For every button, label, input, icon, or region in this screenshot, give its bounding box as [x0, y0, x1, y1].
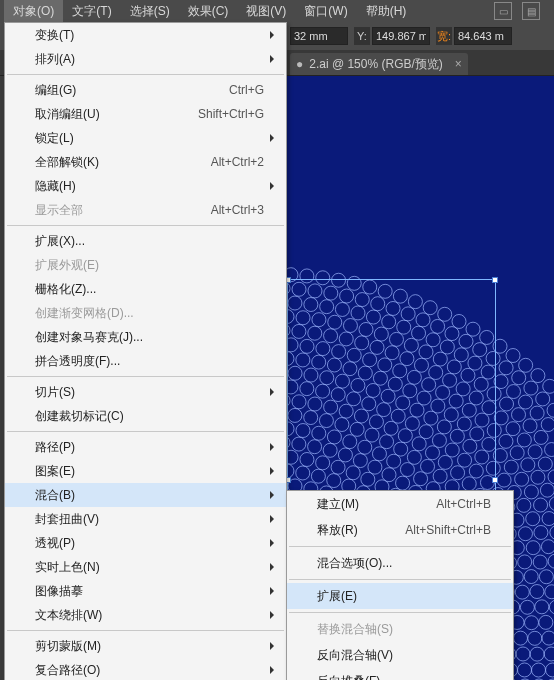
menu-item-label: 隐藏(H): [35, 178, 276, 195]
svg-point-388: [547, 403, 554, 417]
handle-tr[interactable]: [492, 277, 498, 283]
svg-point-217: [546, 663, 554, 677]
close-icon[interactable]: ×: [449, 57, 468, 71]
svg-point-285: [542, 512, 554, 526]
svg-point-366: [519, 395, 533, 409]
menu-item[interactable]: 透视(P): [5, 531, 286, 555]
menu-item-label: 复合路径(O): [35, 662, 276, 679]
menu-item-label: 创建对象马赛克(J)...: [35, 329, 276, 346]
menu-item[interactable]: 文本绕排(W): [5, 603, 286, 627]
menu-item-label: 扩展(X)...: [35, 233, 276, 250]
menu-item[interactable]: 路径(P): [5, 435, 286, 459]
menu-item-label: 排列(A): [35, 51, 276, 68]
svg-point-160: [514, 631, 528, 645]
svg-point-345: [512, 408, 526, 422]
menu-item-label: 反向混合轴(V): [317, 647, 503, 664]
menu-item[interactable]: 变换(T): [5, 23, 286, 47]
menu-item[interactable]: 栅格化(Z)...: [5, 277, 286, 301]
menu-item[interactable]: 剪切蒙版(M): [5, 634, 286, 658]
menu-item[interactable]: 编组(G)Ctrl+G: [5, 78, 286, 102]
svg-point-237: [526, 541, 540, 555]
menu-item[interactable]: 混合选项(O)...: [287, 550, 513, 576]
menu-item[interactable]: 取消编组(U)Shift+Ctrl+G: [5, 102, 286, 126]
svg-point-386: [524, 381, 538, 395]
y-field[interactable]: [372, 27, 430, 45]
svg-point-323: [494, 411, 508, 425]
svg-point-211: [524, 570, 538, 584]
handle-mr[interactable]: [492, 477, 498, 483]
menu-item[interactable]: 释放(R)Alt+Shift+Ctrl+B: [287, 517, 513, 543]
svg-point-238: [533, 555, 547, 569]
svg-point-347: [534, 430, 548, 444]
svg-point-240: [545, 585, 554, 599]
menu-item-label: 建立(M): [317, 496, 436, 513]
svg-point-187: [528, 631, 542, 645]
menu-item[interactable]: 混合(B): [5, 483, 286, 507]
separator: [289, 612, 511, 613]
menu-item-label: 全部解锁(K): [35, 154, 211, 171]
menu-item[interactable]: 切片(S): [5, 380, 286, 404]
svg-point-307: [549, 497, 554, 511]
w-label: 宽:: [436, 27, 452, 45]
menu-视图[interactable]: 视图(V): [237, 0, 295, 22]
separator: [289, 579, 511, 580]
tab-label: 2.ai @ 150% (RGB/预览): [309, 56, 449, 73]
menu-item[interactable]: 反向混合轴(V): [287, 642, 513, 668]
menu-item[interactable]: 拼合透明度(F)...: [5, 349, 286, 373]
layout-icon[interactable]: ▤: [522, 2, 540, 20]
menu-item: 扩展外观(E): [5, 253, 286, 277]
svg-point-161: [516, 647, 530, 661]
svg-point-303: [510, 446, 524, 460]
menu-item[interactable]: 排列(A): [5, 47, 286, 71]
svg-point-364: [494, 375, 508, 389]
separator: [7, 74, 284, 75]
svg-point-404: [506, 349, 520, 363]
menu-item-label: 图案(E): [35, 463, 276, 480]
menu-item[interactable]: 隐藏(H): [5, 174, 286, 198]
menu-item[interactable]: 复合路径(O): [5, 658, 286, 680]
menu-item[interactable]: 创建对象马赛克(J)...: [5, 325, 286, 349]
menu-item[interactable]: 创建裁切标记(C): [5, 404, 286, 428]
w-field[interactable]: [454, 27, 512, 45]
menu-item[interactable]: 建立(M)Alt+Ctrl+B: [287, 491, 513, 517]
menu-item[interactable]: 全部解锁(K)Alt+Ctrl+2: [5, 150, 286, 174]
menu-item[interactable]: 反向堆叠(F): [287, 668, 513, 680]
menu-item-label: 混合选项(O)...: [317, 555, 503, 572]
menu-item-label: 封套扭曲(V): [35, 511, 276, 528]
svg-point-324: [506, 422, 520, 436]
menu-item: 显示全部Alt+Ctrl+3: [5, 198, 286, 222]
menu-item[interactable]: 图像描摹: [5, 579, 286, 603]
menu-选择[interactable]: 选择(S): [121, 0, 179, 22]
menu-item[interactable]: 扩展(E): [287, 583, 513, 609]
menu-item[interactable]: 封套扭曲(V): [5, 507, 286, 531]
menu-item[interactable]: 实时上色(N): [5, 555, 286, 579]
menu-item-shortcut: Alt+Ctrl+3: [211, 203, 276, 217]
separator: [289, 546, 511, 547]
menu-item[interactable]: 扩展(X)...: [5, 229, 286, 253]
menu-对象[interactable]: 对象(O): [4, 0, 63, 22]
menu-item-label: 透视(P): [35, 535, 276, 552]
menu-item[interactable]: 图案(E): [5, 459, 286, 483]
svg-point-387: [536, 392, 550, 406]
tab-modified-icon: ●: [290, 57, 309, 71]
workspace-icon[interactable]: ▭: [494, 2, 512, 20]
menu-item-label: 文本绕排(W): [35, 607, 276, 624]
menu-窗口[interactable]: 窗口(W): [295, 0, 356, 22]
svg-point-189: [532, 663, 546, 677]
svg-point-214: [539, 615, 553, 629]
doc-tab[interactable]: ● 2.ai @ 150% (RGB/预览) ×: [290, 53, 468, 75]
menu-item-label: 释放(R): [317, 522, 405, 539]
separator: [7, 431, 284, 432]
menu-效果[interactable]: 效果(C): [179, 0, 238, 22]
menu-文字[interactable]: 文字(T): [63, 0, 120, 22]
menu-帮助[interactable]: 帮助(H): [357, 0, 416, 22]
svg-point-215: [542, 631, 554, 645]
svg-point-305: [531, 470, 545, 484]
x-field[interactable]: [290, 27, 348, 45]
menu-item[interactable]: 锁定(L): [5, 126, 286, 150]
svg-point-261: [526, 512, 540, 526]
menu-item-label: 编组(G): [35, 82, 229, 99]
svg-point-185: [520, 600, 534, 614]
y-label: Y:: [354, 27, 370, 45]
menu-item-label: 替换混合轴(S): [317, 621, 503, 638]
